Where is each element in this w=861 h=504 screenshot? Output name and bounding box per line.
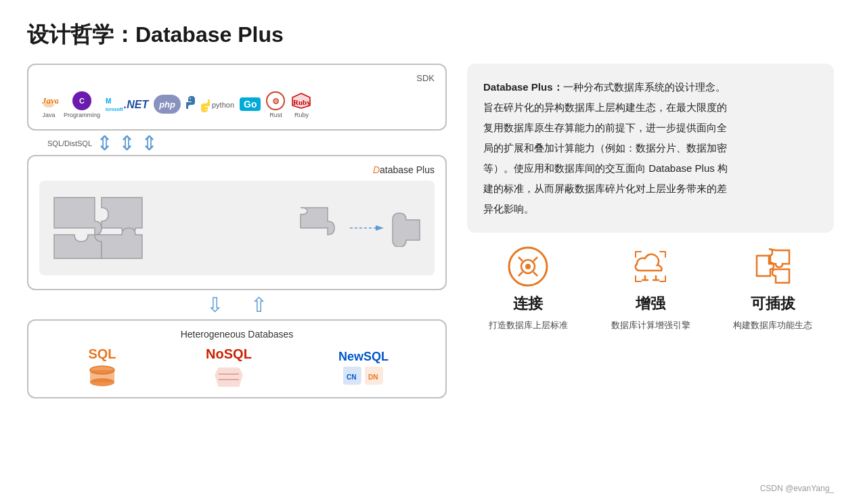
csharp-icon: C Programming xyxy=(64,91,100,118)
feature-pluggable: 可插拔 构建数据库功能生态 xyxy=(711,245,834,331)
svg-text:DN: DN xyxy=(368,373,378,381)
newsql-dn-badge: DN xyxy=(365,367,384,386)
db-types: SQL NoSQL xyxy=(42,346,432,389)
sql-db-icon xyxy=(85,365,119,389)
footer: CSDN @evanYang_ xyxy=(760,484,834,493)
sdk-label: SDK xyxy=(39,73,435,83)
svg-line-21 xyxy=(518,257,523,261)
db-type-sql: SQL xyxy=(85,346,119,389)
svg-point-3 xyxy=(205,110,206,111)
svg-text:Ruby: Ruby xyxy=(293,98,311,106)
db-type-nosql: NoSQL xyxy=(206,346,252,389)
java-icon: Java Java xyxy=(39,91,58,118)
desc-text: 一种分布式数据库系统的设计理念。 xyxy=(563,81,726,93)
go-icon: Go xyxy=(240,95,261,115)
svg-text:Java: Java xyxy=(41,95,58,106)
arrow-down2: ⇕ xyxy=(118,133,135,154)
svg-point-11 xyxy=(90,378,114,386)
sdk-box: SDK Java Java C Programming xyxy=(27,64,447,131)
svg-line-24 xyxy=(533,272,537,276)
puzzle-floating xyxy=(389,210,426,247)
sdk-icons: Java Java C Programming Microsoft .NET xyxy=(39,89,435,121)
enhance-icon xyxy=(629,245,672,288)
hetero-label: Heterogeneous Databases xyxy=(42,329,432,340)
db-plus-box: Database Plus xyxy=(27,155,447,290)
arrow-down3: ⇕ xyxy=(141,133,158,154)
php-icon: php xyxy=(154,95,181,115)
pluggable-icon xyxy=(751,245,795,288)
arrow-down: ⇩ xyxy=(206,293,223,317)
svg-line-23 xyxy=(518,272,523,276)
description-box: Database Plus：一种分布式数据库系统的设计理念。 旨在碎片化的异构数… xyxy=(467,64,834,233)
left-diagram: SDK Java Java C Programming xyxy=(27,64,447,398)
connect-icon xyxy=(506,245,550,288)
svg-point-2 xyxy=(190,98,191,99)
features-row: 连接 打造数据库上层标准 xyxy=(467,245,834,331)
nosql-db-icon xyxy=(212,365,246,389)
feature-enhance-desc: 数据库计算增强引擎 xyxy=(611,319,690,331)
ruby-icon: Ruby Ruby xyxy=(290,91,312,118)
sql-label: SQL/DistSQL xyxy=(47,139,92,147)
svg-point-20 xyxy=(525,264,531,269)
sql-arrows-row: SQL/DistSQL ⇕ ⇕ ⇕ xyxy=(27,131,447,155)
newsql-cn-badge: CN xyxy=(343,367,362,386)
svg-text:CN: CN xyxy=(347,373,356,381)
svg-marker-8 xyxy=(376,225,384,231)
feature-pluggable-title: 可插拔 xyxy=(751,294,795,314)
feature-connect: 连接 打造数据库上层标准 xyxy=(467,245,590,331)
dotted-arrow xyxy=(350,221,384,235)
svg-line-22 xyxy=(533,257,537,261)
feature-enhance-title: 增强 xyxy=(636,294,665,314)
hetero-box: Heterogeneous Databases SQL xyxy=(27,319,447,398)
feature-enhance: 增强 数据库计算增强引擎 xyxy=(590,245,712,331)
arrow-up: ⇧ xyxy=(250,293,267,317)
db-plus-label: Database Plus xyxy=(39,164,435,175)
arrow-down1: ⇕ xyxy=(96,133,113,154)
desc-bold: Database Plus： xyxy=(483,81,563,93)
page-title: 设计哲学：Database Plus xyxy=(27,20,834,50)
python-icon: python xyxy=(186,95,234,115)
inner-puzzle-box xyxy=(39,181,435,275)
page: 设计哲学：Database Plus SDK Java Java xyxy=(0,0,861,504)
puzzle-single xyxy=(297,204,345,252)
feature-pluggable-desc: 构建数据库功能生态 xyxy=(733,319,812,331)
down-up-arrows: ⇩ ⇧ xyxy=(27,290,447,319)
feature-connect-title: 连接 xyxy=(513,294,543,314)
dotnet-icon: Microsoft .NET xyxy=(106,95,148,115)
feature-connect-desc: 打造数据库上层标准 xyxy=(489,319,568,331)
rust-icon: ⚙ Rust xyxy=(266,91,285,118)
right-panel: Database Plus：一种分布式数据库系统的设计理念。 旨在碎片化的异构数… xyxy=(467,64,834,398)
puzzle-group-left xyxy=(47,191,156,265)
db-type-newsql: NewSQL CN DN xyxy=(338,350,389,386)
content-area: SDK Java Java C Programming xyxy=(27,64,834,398)
